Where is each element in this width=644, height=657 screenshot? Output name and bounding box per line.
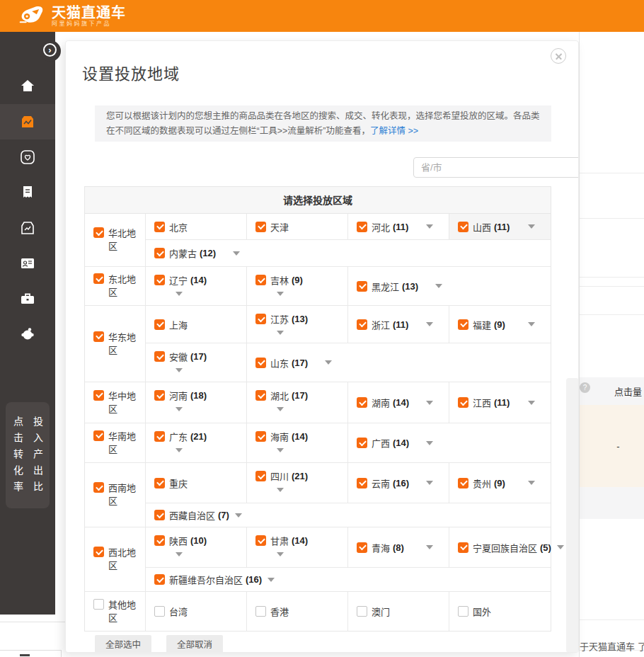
checkbox[interactable] — [458, 222, 468, 232]
region-group-option[interactable]: 东北地区 — [85, 267, 146, 305]
checkbox[interactable] — [458, 542, 468, 553]
checkbox[interactable] — [93, 547, 104, 557]
checkbox[interactable] — [255, 431, 266, 442]
province-option[interactable]: 澳门 — [348, 592, 449, 631]
select-all-button[interactable]: 全部选中 — [95, 635, 151, 653]
chevron-down-icon[interactable] — [176, 368, 183, 372]
chevron-down-icon[interactable] — [233, 251, 240, 256]
chevron-down-icon[interactable] — [268, 578, 275, 582]
region-group-option[interactable]: 华东地区 — [85, 306, 146, 382]
province-option[interactable]: 江苏(13) — [247, 306, 348, 343]
chevron-down-icon[interactable] — [528, 224, 535, 229]
region-group-option[interactable]: 华南地区 — [85, 423, 146, 462]
province-option[interactable]: 上海 — [146, 306, 247, 343]
region-group-option[interactable]: 其他地区 — [85, 592, 146, 631]
service-icon[interactable] — [19, 326, 36, 343]
region-search-input[interactable] — [413, 157, 579, 178]
checkbox[interactable] — [255, 222, 266, 232]
chevron-down-icon[interactable] — [277, 331, 284, 335]
chevron-down-icon[interactable] — [277, 407, 284, 411]
checkbox[interactable] — [154, 431, 165, 442]
chevron-down-icon[interactable] — [426, 545, 433, 549]
help-icon[interactable]: ? — [580, 382, 590, 393]
checkbox[interactable] — [357, 542, 367, 553]
sidebar-metrics-panel[interactable]: 点击转化率 投入产出比 — [6, 402, 50, 508]
chevron-down-icon[interactable] — [176, 292, 183, 296]
province-option[interactable]: 广东(21) — [146, 423, 247, 462]
checkbox[interactable] — [154, 351, 165, 362]
checkbox[interactable] — [255, 471, 266, 481]
chevron-down-icon[interactable] — [528, 322, 535, 326]
checkbox[interactable] — [93, 331, 104, 342]
province-option[interactable]: 河北(11) — [348, 214, 449, 239]
province-option[interactable]: 重庆 — [146, 463, 247, 503]
province-option[interactable]: 宁夏回族自治区(5) — [449, 527, 551, 567]
province-option[interactable]: 江西(11) — [449, 382, 551, 423]
province-option[interactable]: 广西(14) — [348, 423, 551, 462]
province-option[interactable]: 国外 — [449, 592, 551, 631]
report-icon[interactable] — [19, 184, 36, 201]
background-widget[interactable] — [0, 650, 62, 657]
checkbox[interactable] — [255, 275, 266, 285]
checkbox[interactable] — [357, 606, 367, 617]
shop-icon[interactable] — [19, 219, 36, 236]
checkbox[interactable] — [154, 390, 165, 401]
learn-more-link[interactable]: 了解详情 >> — [370, 126, 418, 136]
province-option[interactable]: 河南(18) — [146, 382, 247, 423]
chevron-down-icon[interactable] — [235, 513, 242, 518]
favorites-icon[interactable] — [19, 149, 36, 166]
home-icon[interactable] — [19, 77, 36, 94]
checkbox[interactable] — [458, 397, 468, 408]
province-option[interactable]: 辽宁(14) — [146, 267, 247, 305]
checkbox[interactable] — [93, 430, 104, 441]
checkbox[interactable] — [357, 222, 367, 232]
chevron-down-icon[interactable] — [435, 284, 442, 288]
checkbox[interactable] — [357, 438, 367, 448]
province-option[interactable]: 贵州(9) — [449, 463, 551, 503]
checkbox[interactable] — [357, 319, 367, 330]
province-option[interactable]: 福建(9) — [449, 306, 551, 343]
province-option[interactable]: 青海(8) — [348, 527, 449, 567]
province-option[interactable]: 湖南(14) — [348, 382, 449, 423]
checkbox[interactable] — [154, 606, 165, 617]
province-option[interactable]: 天津 — [247, 214, 348, 239]
checkbox[interactable] — [93, 273, 104, 284]
chevron-down-icon[interactable] — [426, 441, 433, 445]
region-group-option[interactable]: 西北地区 — [85, 527, 146, 591]
province-option[interactable]: 四川(21) — [247, 463, 348, 503]
checkbox[interactable] — [458, 319, 468, 330]
checkbox[interactable] — [154, 319, 165, 330]
checkbox[interactable] — [255, 358, 266, 368]
checkbox[interactable] — [154, 248, 165, 258]
checkbox[interactable] — [255, 390, 266, 401]
checkbox[interactable] — [154, 535, 165, 546]
checkbox[interactable] — [93, 599, 104, 610]
checkbox[interactable] — [255, 606, 266, 617]
province-option[interactable]: 山西(11) — [449, 214, 551, 239]
checkbox[interactable] — [154, 574, 165, 585]
chevron-down-icon[interactable] — [528, 481, 535, 485]
cancel-all-button[interactable]: 全部取消 — [166, 635, 223, 653]
chevron-down-icon[interactable] — [426, 401, 433, 405]
province-option[interactable]: 云南(16) — [348, 463, 449, 503]
region-group-option[interactable]: 华北地区 — [85, 214, 146, 266]
province-option[interactable]: 吉林(9) — [247, 267, 348, 305]
checkbox[interactable] — [154, 478, 165, 489]
modal-scrollbar-thumb[interactable] — [566, 378, 579, 653]
province-option[interactable]: 香港 — [247, 592, 348, 631]
checkbox[interactable] — [255, 535, 266, 546]
checkbox[interactable] — [458, 606, 468, 617]
close-icon[interactable] — [551, 48, 566, 64]
checkbox[interactable] — [93, 227, 104, 238]
province-option[interactable]: 甘肃(14) — [247, 527, 348, 567]
chevron-down-icon[interactable] — [426, 322, 433, 326]
checkbox[interactable] — [357, 478, 367, 489]
checkbox[interactable] — [154, 275, 165, 285]
chevron-down-icon[interactable] — [528, 401, 535, 405]
region-group-option[interactable]: 西南地区 — [85, 463, 146, 527]
region-group-option[interactable]: 华中地区 — [85, 382, 146, 423]
id-card-icon[interactable] — [19, 255, 36, 272]
chevron-down-icon[interactable] — [277, 488, 284, 492]
checkbox[interactable] — [154, 510, 165, 520]
province-option[interactable]: 台湾 — [146, 592, 247, 631]
